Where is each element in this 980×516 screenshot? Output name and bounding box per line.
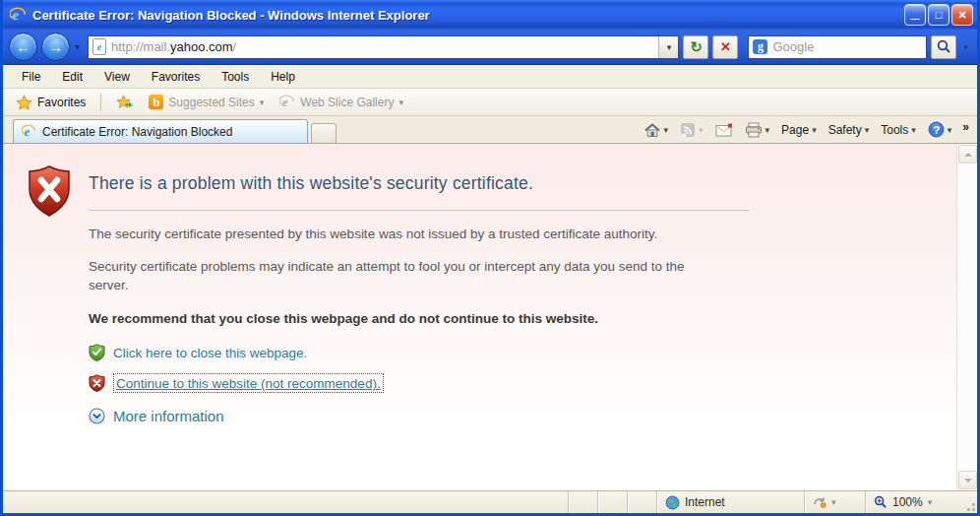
chevron-down-icon: ▾: [865, 125, 870, 135]
minimize-icon: —: [911, 14, 920, 24]
certificate-problem-text: The security certificate presented by th…: [89, 225, 708, 243]
certificate-error-shield-icon: [28, 165, 71, 217]
close-webpage-link[interactable]: Click here to close this webpage.: [113, 346, 307, 360]
window-title: Certificate Error: Navigation Blocked - …: [32, 8, 904, 23]
back-button[interactable]: ←: [9, 32, 37, 61]
status-pane: [597, 491, 627, 513]
status-bar: Internet ▾ 100% ▾: [3, 490, 977, 513]
print-button[interactable]: ▾: [740, 120, 775, 140]
suggested-sites-button[interactable]: b Suggested Sites ▾: [144, 93, 269, 111]
red-shield-icon: [89, 374, 105, 392]
safety-menu-label: Safety: [828, 123, 862, 137]
chevron-down-icon: ▾: [831, 497, 836, 507]
web-slice-gallery-label: Web Slice Gallery: [300, 96, 394, 109]
chevron-down-icon: ▾: [812, 125, 817, 135]
search-button[interactable]: [931, 35, 956, 59]
favorites-bar: Favorites b Suggested Sites ▾ e Web Slic…: [3, 89, 977, 116]
search-options-dropdown[interactable]: ▾: [960, 42, 971, 52]
zone-label: Internet: [685, 495, 725, 509]
add-to-favorites-bar-button[interactable]: [111, 93, 138, 112]
favorites-button[interactable]: Favorites: [11, 93, 91, 112]
close-button[interactable]: ✕: [951, 4, 973, 26]
ie-logo-icon: e: [10, 7, 27, 24]
refresh-icon: ↻: [690, 38, 703, 56]
tools-menu-button[interactable]: Tools ▾: [876, 121, 921, 139]
navigation-bar: ← → ▾ e http://mail.yahoo.com/ ▾ ↻ ✕ g ▾: [3, 30, 977, 65]
forward-button[interactable]: →: [41, 32, 70, 61]
zoom-button[interactable]: 100% ▾: [865, 491, 963, 513]
printer-icon: [745, 122, 763, 138]
chevron-down-icon: ▾: [948, 125, 952, 135]
menu-help[interactable]: Help: [260, 67, 306, 87]
command-bar: ▾ ▾ ▾ Page ▾ Safety ▾ Tools: [639, 119, 971, 143]
read-mail-button[interactable]: [710, 121, 738, 139]
google-icon: g: [753, 39, 767, 54]
more-information-link[interactable]: More information: [113, 408, 224, 424]
address-dropdown[interactable]: ▾: [658, 36, 678, 58]
safety-menu-button[interactable]: Safety ▾: [824, 121, 875, 139]
title-bar: e Certificate Error: Navigation Blocked …: [3, 0, 977, 30]
menu-tools[interactable]: Tools: [211, 67, 260, 87]
home-button[interactable]: ▾: [639, 120, 674, 140]
menu-edit[interactable]: Edit: [51, 67, 93, 87]
address-bar[interactable]: e http://mail.yahoo.com/ ▾: [88, 35, 679, 59]
chevron-down-icon: ▾: [766, 125, 770, 135]
zoom-icon: [874, 495, 888, 509]
ie-gray-icon: e: [279, 95, 295, 110]
mail-icon: [715, 123, 733, 137]
close-icon: ✕: [957, 9, 966, 22]
chevron-down-icon: ▾: [664, 125, 669, 135]
minimize-button[interactable]: —: [904, 4, 926, 26]
suggested-sites-icon: b: [149, 95, 163, 109]
suggested-sites-label: Suggested Sites: [168, 96, 254, 109]
browser-window: e Certificate Error: Navigation Blocked …: [0, 0, 980, 516]
maximize-button[interactable]: □: [928, 4, 949, 26]
separator: [100, 94, 101, 111]
scroll-down-button[interactable]: [958, 471, 977, 489]
continue-website-link[interactable]: Continue to this website (not recommende…: [116, 376, 381, 391]
page-menu-button[interactable]: Page ▾: [776, 121, 822, 139]
menu-file[interactable]: File: [11, 67, 51, 87]
search-input[interactable]: [772, 39, 922, 54]
chevron-down-icon: ▾: [260, 97, 265, 107]
help-button[interactable]: ? ▾: [923, 119, 957, 140]
vertical-scrollbar[interactable]: [956, 144, 977, 490]
chevron-down-icon: ▾: [928, 497, 933, 507]
svg-text:e: e: [282, 95, 288, 109]
home-icon: [643, 122, 661, 138]
scroll-up-button[interactable]: [958, 145, 977, 163]
tab-certificate-error[interactable]: e Certificate Error: Navigation Blocked: [13, 119, 308, 143]
chevron-down-icon: [964, 479, 972, 483]
url-text: http://mail.yahoo.com/: [111, 39, 653, 54]
menu-bar: File Edit View Favorites Tools Help: [3, 65, 977, 89]
web-slice-gallery-button[interactable]: e Web Slice Gallery ▾: [275, 93, 408, 112]
status-pane: [627, 491, 656, 513]
refresh-button[interactable]: ↻: [683, 35, 708, 59]
divider: [89, 210, 750, 211]
search-icon: [937, 39, 951, 54]
expand-more-icon: [89, 408, 105, 424]
tools-menu-label: Tools: [881, 123, 908, 137]
focus-rectangle: Continue to this website (not recommende…: [113, 373, 384, 393]
menu-favorites[interactable]: Favorites: [141, 67, 211, 87]
back-icon: ←: [16, 38, 31, 55]
ie-tab-icon: e: [22, 124, 36, 139]
tab-title: Certificate Error: Navigation Blocked: [42, 125, 232, 139]
page-icon-letter: e: [97, 41, 101, 52]
chevron-up-icon: [964, 153, 972, 157]
maximize-icon: □: [936, 9, 943, 21]
feeds-button[interactable]: ▾: [675, 120, 708, 140]
rss-icon: [680, 122, 696, 138]
tab-bar: e Certificate Error: Navigation Blocked …: [3, 116, 977, 144]
resize-grip[interactable]: [963, 491, 977, 513]
recommendation-text: We recommend that you close this webpage…: [89, 311, 718, 326]
search-box[interactable]: g: [748, 35, 927, 59]
toolbar-overflow-button[interactable]: »: [958, 120, 971, 140]
menu-view[interactable]: View: [93, 67, 141, 87]
recent-pages-dropdown[interactable]: ▾: [75, 41, 80, 52]
new-tab-button[interactable]: [311, 123, 337, 143]
certificate-warning-text: Security certificate problems may indica…: [89, 257, 708, 294]
status-message-pane: [3, 491, 568, 513]
stop-button[interactable]: ✕: [712, 35, 738, 59]
smartscreen-button[interactable]: ▾: [804, 491, 865, 513]
